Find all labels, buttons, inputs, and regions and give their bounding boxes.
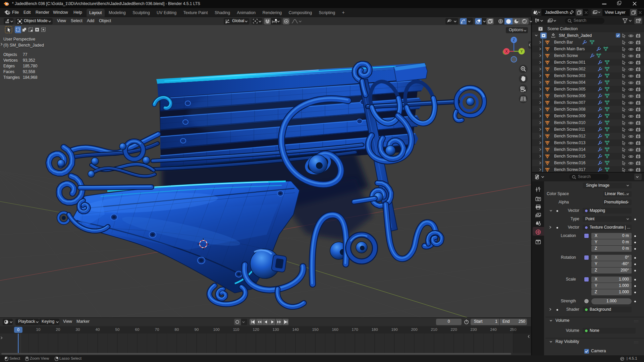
svg-text:Y: Y [520, 49, 523, 53]
svg-text:X: X [505, 49, 507, 53]
svg-text:Z: Z [513, 38, 515, 42]
